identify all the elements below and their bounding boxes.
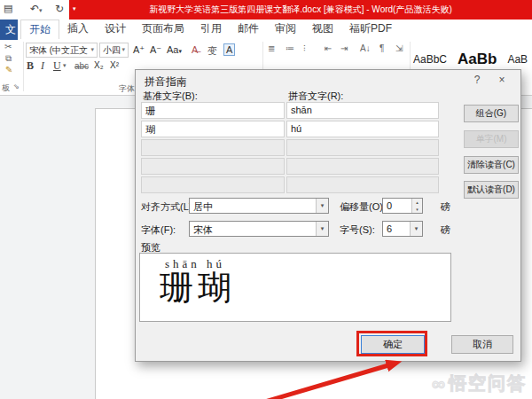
size-label: 字号(S):	[340, 223, 375, 237]
clear-format-icon[interactable]: A̶	[192, 44, 198, 55]
ruby-text-field[interactable]	[286, 139, 439, 156]
dialog-title: 拼音指南	[145, 74, 187, 90]
change-case-glyph: Aa	[167, 44, 178, 55]
titlebar: ▤ ↶▾ ↻ 新视野大学英语第三版第四册课文翻译.docx [兼容模式] - W…	[0, 0, 532, 20]
shrink-font-icon[interactable]: A⁻	[150, 44, 161, 56]
ruby-text-field[interactable]	[286, 176, 439, 193]
base-text-field[interactable]: 珊	[141, 102, 285, 119]
style-heading[interactable]: AaBb	[458, 51, 497, 68]
chevron-down-icon: ▾	[410, 222, 422, 236]
grow-font-icon[interactable]: A⁺	[133, 44, 145, 56]
save-icon[interactable]: ▤	[4, 3, 12, 14]
offset-value: 0	[387, 200, 392, 211]
tab-insert[interactable]: 插入	[59, 20, 97, 39]
font-size-value: 小四	[103, 45, 121, 55]
sort-icon[interactable]: A↓	[360, 43, 371, 53]
chevron-down-icon: ▾	[121, 46, 125, 53]
help-icon[interactable]: ?	[469, 74, 485, 86]
watermark-logo-icon: ∞	[432, 373, 445, 395]
bold-icon[interactable]: B	[27, 59, 34, 73]
ruby-text-field[interactable]: shān	[286, 102, 439, 119]
base-text-field[interactable]: 瑚	[141, 121, 285, 137]
ribbon-tab-row: 文件 开始 插入 设计 页面布局 引用 邮件 审阅 视图 福昕PDF	[0, 20, 532, 40]
decrease-indent-icon[interactable]: ⇤	[325, 43, 332, 53]
font-group-label: 字体	[119, 83, 135, 95]
base-text-field[interactable]	[141, 176, 285, 193]
format-painter-icon[interactable]: ✎	[5, 65, 12, 74]
increase-indent-icon[interactable]: ⇥	[340, 43, 348, 53]
tab-view[interactable]: 视图	[304, 20, 341, 39]
chevron-down-icon: ▾	[178, 48, 182, 54]
preview-box: shān hú 珊瑚	[139, 253, 451, 322]
phonetic-guide-dialog: 拼音指南 ? × 基准文字(B): 拼音文字(R): 珊 shān 瑚 hú 组…	[135, 69, 521, 362]
strikethrough-icon[interactable]: abc	[74, 61, 89, 71]
ruby-text-field[interactable]: hú	[286, 121, 439, 137]
distributed-icon[interactable]: ⇲	[395, 43, 403, 53]
italic-icon[interactable]: I	[41, 59, 44, 73]
undo-dropdown-icon: ▾	[39, 7, 43, 13]
style-normal[interactable]: AaBbC	[413, 53, 447, 66]
underline-icon[interactable]: U	[53, 59, 61, 73]
font-name-combo[interactable]: 宋体 (中文正文▾	[26, 43, 98, 58]
base-text-field[interactable]	[141, 158, 285, 175]
base-text-label: 基准文字(B):	[143, 90, 198, 103]
offset-label: 偏移量(O):	[340, 200, 386, 214]
character-border-icon[interactable]: A	[223, 43, 235, 56]
tab-design[interactable]: 设计	[97, 20, 134, 39]
preview-base-text: 珊瑚	[160, 268, 236, 309]
alignment-select[interactable]: 居中 ▾	[189, 198, 329, 214]
underline-dropdown-icon[interactable]: ▾	[63, 62, 66, 69]
watermark-text: 悟空问答	[449, 372, 527, 395]
ruby-text-field[interactable]	[286, 158, 439, 175]
annotation-rectangle	[356, 331, 427, 356]
qat-customize-icon[interactable]: ▾	[73, 5, 76, 12]
multilevel-list-icon[interactable]: ⫶	[303, 43, 306, 54]
word-window: ▤ ↶▾ ↻ 新视野大学英语第三版第四册课文翻译.docx [兼容模式] - W…	[0, 0, 532, 399]
cancel-button[interactable]: 取消	[451, 335, 513, 354]
change-case-icon[interactable]: Aa▾	[167, 44, 182, 55]
spin-up-icon[interactable]: ▴	[412, 199, 422, 206]
tab-page-layout[interactable]: 页面布局	[134, 20, 192, 39]
offset-stepper[interactable]: 0 ▴ ▾	[382, 198, 423, 214]
show-marks-icon[interactable]: ¶	[379, 43, 384, 53]
alignment-value: 居中	[193, 200, 213, 214]
window-title: 新视野大学英语第三版第四册课文翻译.docx [兼容模式] - Word(产品激…	[69, 0, 532, 20]
redo-icon[interactable]: ↻	[55, 3, 64, 15]
tab-references[interactable]: 引用	[192, 20, 230, 39]
base-text-field[interactable]	[141, 139, 285, 156]
subscript-icon[interactable]: X₂	[94, 60, 104, 70]
tabs: 开始 插入 设计 页面布局 引用 邮件 审阅 视图 福昕PDF	[20, 20, 400, 39]
chevron-down-icon: ▾	[316, 199, 328, 213]
size-select[interactable]: 6 ▾	[382, 221, 423, 237]
watermark: ∞ 悟空问答	[432, 372, 527, 395]
cut-icon[interactable]: ✂	[4, 42, 12, 51]
tab-foxit-pdf[interactable]: 福昕PDF	[341, 20, 400, 39]
superscript-icon[interactable]: X²	[110, 60, 119, 70]
style-cut[interactable]: AaB	[507, 53, 528, 66]
font-name-value: 宋体 (中文正文	[29, 45, 88, 55]
tab-review[interactable]: 审阅	[267, 20, 304, 39]
tab-mailings[interactable]: 邮件	[230, 20, 267, 39]
spin-down-icon[interactable]: ▾	[412, 206, 422, 213]
numbering-icon[interactable]: ≔	[286, 43, 294, 53]
tab-file[interactable]: 文件	[0, 20, 18, 40]
tab-home[interactable]: 开始	[20, 20, 59, 39]
default-reading-button[interactable]: 默认读音(D)	[464, 181, 519, 199]
chevron-down-icon: ▾	[90, 46, 94, 53]
copy-icon[interactable]: ⧉	[5, 53, 12, 64]
bullets-icon[interactable]: ≣	[268, 43, 275, 53]
combine-button[interactable]: 组合(G)	[464, 105, 519, 122]
close-icon[interactable]: ×	[494, 74, 510, 86]
font-select[interactable]: 宋体 ▾	[189, 221, 329, 237]
font-size-combo[interactable]: 小四▾	[99, 43, 129, 58]
phonetic-guide-icon[interactable]: 变	[207, 44, 217, 58]
chevron-down-icon: ▾	[316, 222, 328, 236]
clipboard-dialog-launcher-icon[interactable]: ⇘	[13, 82, 20, 90]
undo-icon[interactable]: ↶▾	[30, 3, 43, 15]
size-unit: 磅	[441, 223, 450, 237]
alignment-label: 对齐方式(L):	[141, 200, 195, 214]
undo-glyph: ↶	[30, 3, 39, 15]
ruby-text-label: 拼音文字(R):	[288, 90, 343, 103]
mono-button: 单字(M)	[464, 130, 519, 148]
clear-reading-button[interactable]: 清除读音(C)	[464, 156, 519, 174]
